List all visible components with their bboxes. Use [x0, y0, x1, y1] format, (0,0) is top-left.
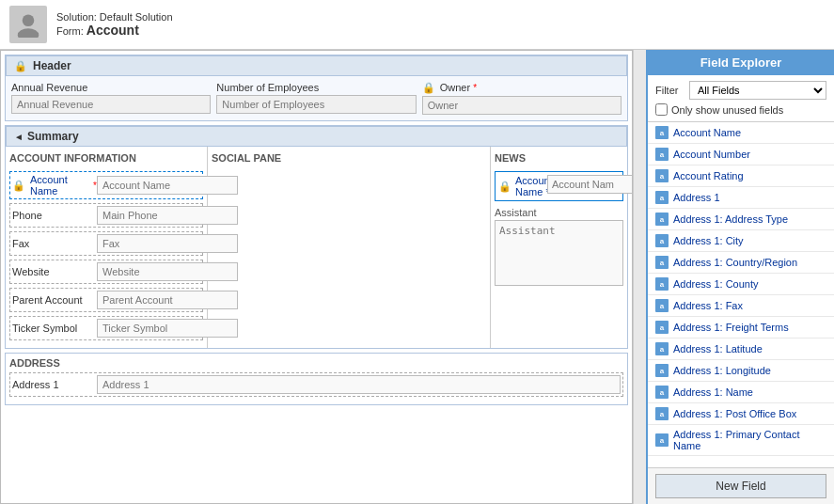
field-list-item[interactable]: aAddress 1: Latitude [648, 339, 834, 360]
field-list-item[interactable]: aAddress 1: Country/Region [648, 252, 834, 274]
owner-input[interactable] [422, 96, 622, 115]
header-text: Solution: Default Solution Form: Account [56, 11, 173, 38]
field-item-label: Address 1: Country/Region [673, 257, 797, 268]
field-item-label: Account Number [673, 149, 750, 160]
annual-revenue-input[interactable] [11, 95, 211, 114]
account-name-row: 🔒 Account Name * [9, 171, 203, 199]
num-employees-label: Number of Employees [216, 82, 416, 93]
summary-section: ◄ Summary ACCOUNT INFORMATION 🔒 Account … [5, 125, 628, 349]
field-item-icon: a [655, 321, 669, 334]
field-item-label: Address 1: Name [673, 386, 753, 398]
field-explorer-filter: Filter All Fields Only show unused field… [648, 75, 834, 122]
account-name-label: 🔒 Account Name * [12, 174, 97, 197]
social-pane-title: SOCIAL PANE [212, 150, 486, 165]
section-header-header: 🔒 Header [6, 55, 627, 76]
field-item-icon: a [655, 191, 669, 204]
field-item-label: Address 1: Post Office Box [673, 408, 796, 419]
phone-row: Phone [9, 203, 203, 228]
field-item-icon: a [655, 126, 669, 139]
news-panel: News 🔒 Account Name * Assistant [491, 147, 627, 348]
field-item-icon: a [655, 148, 669, 161]
field-item-label: Address 1: Longitude [673, 365, 771, 376]
field-item-icon: a [655, 433, 669, 447]
filter-select[interactable]: All Fields [689, 81, 826, 100]
field-item-icon: a [655, 234, 669, 247]
collapse-icon[interactable]: ◄ [14, 132, 24, 142]
field-item-icon: a [655, 213, 669, 226]
parent-account-label: Parent Account [12, 294, 97, 306]
owner-label: 🔒 Owner * [422, 82, 622, 94]
address-inner: ADDRESS Address 1 [6, 354, 627, 404]
field-item-label: Address 1: Freight Terms [673, 322, 789, 333]
field-item-label: Account Rating [673, 170, 744, 181]
lock-icon: 🔒 [14, 60, 27, 72]
section-title-header: Header [33, 59, 71, 72]
field-item-label: Address 1: Primary Contact Name [673, 429, 826, 451]
account-info-title: ACCOUNT INFORMATION [9, 150, 203, 165]
field-list-item[interactable]: aAddress 1 [648, 187, 834, 209]
solution-label: Solution: Default Solution [56, 11, 173, 23]
section-title-summary: Summary [27, 130, 79, 143]
field-list-item[interactable]: aAddress 1: Name [648, 382, 834, 403]
field-item-label: Address 1: Latitude [673, 343, 763, 354]
top-header: Solution: Default Solution Form: Account [0, 0, 834, 50]
social-panel: SOCIAL PANE [208, 147, 491, 348]
avatar-icon [15, 11, 41, 38]
header-section: 🔒 Header Annual Revenue Number of Employ… [5, 55, 628, 121]
field-list-item[interactable]: aAddress 1: County [648, 274, 834, 295]
address-title: ADDRESS [9, 357, 623, 369]
ticker-symbol-row: Ticker Symbol [9, 316, 203, 340]
num-employees-field: Number of Employees [216, 82, 416, 115]
account-info-panel: ACCOUNT INFORMATION 🔒 Account Name * Pho… [6, 147, 208, 348]
avatar [9, 6, 47, 43]
annual-revenue-label: Annual Revenue [11, 82, 211, 93]
form-label: Form: Account [56, 23, 173, 38]
address1-input[interactable] [97, 375, 621, 394]
only-unused-checkbox[interactable] [655, 103, 668, 116]
field-list-item[interactable]: aAddress 1: Post Office Box [648, 403, 834, 425]
field-list-item[interactable]: aAddress 1: Primary Contact Name [648, 425, 834, 456]
summary-inner: ACCOUNT INFORMATION 🔒 Account Name * Pho… [6, 147, 627, 348]
assistant-textarea[interactable] [495, 220, 623, 286]
website-row: Website [9, 260, 203, 284]
field-item-label: Address 1: Address Type [673, 213, 788, 225]
field-item-label: Address 1: County [673, 278, 759, 290]
new-field-button[interactable]: New Field [655, 474, 826, 498]
scrollbar[interactable] [633, 50, 646, 504]
field-item-icon: a [655, 169, 669, 182]
website-label: Website [12, 266, 97, 277]
parent-account-row: Parent Account [9, 288, 203, 312]
field-item-icon: a [655, 342, 669, 355]
field-item-icon: a [655, 277, 669, 291]
news-account-name-input[interactable] [547, 175, 633, 194]
field-list-item[interactable]: aAccount Name [648, 122, 834, 144]
address1-label: Address 1 [12, 379, 97, 390]
ticker-symbol-label: Ticker Symbol [12, 323, 97, 334]
field-list-item[interactable]: aAddress 1: Address Type [648, 209, 834, 230]
num-employees-input[interactable] [216, 95, 416, 114]
field-item-icon: a [655, 299, 669, 312]
field-list-item[interactable]: aAddress 1: Longitude [648, 360, 834, 382]
phone-label: Phone [12, 210, 97, 221]
address1-row: Address 1 [9, 372, 623, 397]
form-canvas: 🔒 Header Annual Revenue Number of Employ… [0, 50, 633, 504]
field-item-icon: a [655, 256, 669, 269]
field-list-item[interactable]: aAccount Rating [648, 165, 834, 187]
field-list-item[interactable]: aAccount Number [648, 144, 834, 165]
only-unused-row: Only show unused fields [655, 103, 826, 116]
field-list-item[interactable]: aAddress 1: Fax [648, 295, 834, 317]
field-item-label: Address 1: City [673, 235, 744, 246]
owner-field: 🔒 Owner * [422, 82, 622, 115]
section-header-summary: ◄ Summary [6, 126, 627, 147]
field-list-item[interactable]: aAddress 1: City [648, 230, 834, 252]
field-list: aAccount NameaAccount NumberaAccount Rat… [648, 122, 834, 467]
header-fields-row: Annual Revenue Number of Employees 🔒 Own… [11, 82, 622, 115]
field-item-label: Address 1: Fax [673, 300, 743, 311]
fax-label: Fax [12, 238, 97, 249]
owner-lock-icon: 🔒 [422, 82, 435, 93]
field-item-icon: a [655, 407, 669, 420]
field-list-item[interactable]: aAddress 1: Freight Terms [648, 317, 834, 339]
field-item-label: Account Name [673, 127, 741, 138]
address-section: ADDRESS Address 1 [5, 353, 628, 405]
owner-required: * [473, 83, 477, 93]
